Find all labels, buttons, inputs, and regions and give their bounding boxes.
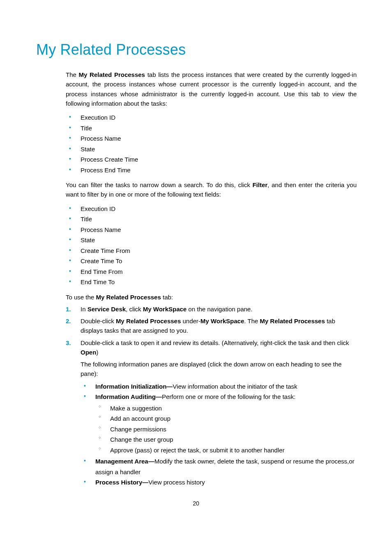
s2-t1: Double-click <box>81 317 116 324</box>
list-item: State <box>66 235 357 246</box>
list-item: Title <box>66 123 357 134</box>
steps-list: In Service Desk, click My WorkSpace on t… <box>66 304 357 488</box>
filter-bold: Filter <box>252 181 267 188</box>
pane-label: Information Auditing— <box>95 393 162 400</box>
s1-b1: Service Desk <box>88 306 126 313</box>
list-item: Process End Time <box>66 165 357 176</box>
s3-line1-pre: Double-click a task to open it and revie… <box>81 339 349 346</box>
audit-actions-list: Make a suggestion Add an account group C… <box>95 403 357 456</box>
filter-pre: You can filter the tasks to narrow down … <box>66 181 252 188</box>
pane-text: View information about the initiator of … <box>173 383 297 390</box>
intro-paragraph: The My Related Processes tab lists the p… <box>66 70 357 108</box>
s2-b3: My Related Processes <box>260 317 325 324</box>
list-item: Title <box>66 214 357 225</box>
filter-fields-list: Execution ID Title Process Name State Cr… <box>66 204 357 287</box>
list-item: Create Time From <box>66 246 357 256</box>
intro-prefix: The <box>66 71 79 78</box>
list-item: Execution ID <box>66 204 357 214</box>
s1-b2: My WorkSpace <box>143 306 187 313</box>
use-paragraph: To use the My Related Processes tab: <box>66 292 357 302</box>
list-item: Add an account group <box>95 413 357 424</box>
use-post: tab: <box>161 294 173 301</box>
pane-info-audit: Information Auditing—Perform one or more… <box>81 392 357 455</box>
pane-text: View process history <box>148 479 205 486</box>
pane-mgmt-area: Management Area—Modify the task owner, d… <box>81 456 357 477</box>
s1-t3: on the navigation pane. <box>187 306 252 313</box>
s2-b2: My WorkSpace <box>201 317 244 324</box>
page-content: My Related Processes The My Related Proc… <box>36 41 357 490</box>
s2-b1: My Related Processes <box>116 317 181 324</box>
s1-t1: In <box>81 306 88 313</box>
intro-bold: My Related Processes <box>79 71 145 78</box>
use-bold: My Related Processes <box>96 294 161 301</box>
s3-line1-bold: Open <box>81 349 96 356</box>
pane-label: Process History— <box>95 479 148 486</box>
list-item: Change permissions <box>95 424 357 435</box>
body-content: The My Related Processes tab lists the p… <box>66 70 357 488</box>
list-item: End Time To <box>66 277 357 287</box>
s2-t3: . The <box>244 317 260 324</box>
filter-paragraph: You can filter the tasks to narrow down … <box>66 180 357 199</box>
s3-line1-post: ) <box>96 349 98 356</box>
task-info-list: Execution ID Title Process Name State Pr… <box>66 112 357 175</box>
list-item: Create Time To <box>66 256 357 266</box>
info-panes-list: Information Initialization—View informat… <box>81 381 357 488</box>
pane-process-history: Process History—View process history <box>81 477 357 488</box>
list-item: Change the user group <box>95 434 357 445</box>
page-number: 20 <box>0 500 392 507</box>
list-item: End Time From <box>66 266 357 277</box>
pane-text: Perform one or more of the following for… <box>162 393 295 400</box>
list-item: Process Name <box>66 133 357 144</box>
s3-line2: The following information panes are disp… <box>81 359 357 379</box>
list-item: Process Create Time <box>66 154 357 165</box>
pane-label: Information Initialization— <box>95 383 173 390</box>
pane-label: Management Area— <box>95 458 154 465</box>
page-title: My Related Processes <box>36 41 357 58</box>
list-item: Approve (pass) or reject the task, or su… <box>95 445 357 456</box>
list-item: State <box>66 144 357 155</box>
step-3: Double-click a task to open it and revie… <box>66 338 357 488</box>
step-2: Double-click My Related Processes under-… <box>66 316 357 336</box>
list-item: Execution ID <box>66 112 357 123</box>
list-item: Process Name <box>66 225 357 235</box>
pane-info-init: Information Initialization—View informat… <box>81 381 357 392</box>
s2-t2: under- <box>181 317 201 324</box>
list-item: Make a suggestion <box>95 403 357 414</box>
s1-t2: , click <box>126 306 143 313</box>
step-1: In Service Desk, click My WorkSpace on t… <box>66 304 357 314</box>
use-pre: To use the <box>66 294 96 301</box>
